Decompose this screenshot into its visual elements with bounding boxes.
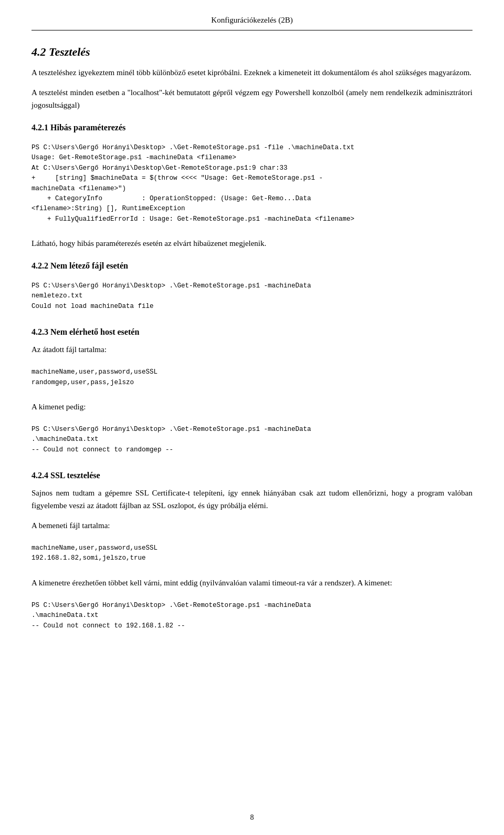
section-422-code1: PS C:\Users\Gergő Horányi\Desktop> .\Get… bbox=[32, 277, 472, 316]
page-footer: 8 bbox=[32, 813, 472, 822]
section-423-intro2: A kimenet pedig: bbox=[32, 400, 472, 413]
page-number: 8 bbox=[250, 813, 254, 821]
section-42-intro2: A tesztelést minden esetben a "localhost… bbox=[32, 86, 472, 111]
page-header: Konfigurációkezelés (2B) bbox=[32, 16, 472, 30]
section-424-heading: 4.2.4 SSL tesztelése bbox=[32, 471, 472, 480]
section-423-intro1: Az átadott fájl tartalma: bbox=[32, 343, 472, 356]
page-container: Konfigurációkezelés (2B) 4.2 Tesztelés A… bbox=[0, 0, 504, 835]
section-424-code1: machineName,user,password,useSSL 192.168… bbox=[32, 539, 472, 568]
section-424-intro3: A kimenetre érezhetően többet kell várni… bbox=[32, 576, 472, 589]
section-424-code2: PS C:\Users\Gergő Horányi\Desktop> .\Get… bbox=[32, 596, 472, 635]
section-422-heading: 4.2.2 Nem létező fájl esetén bbox=[32, 261, 472, 271]
section-424-intro1: Sajnos nem tudtam a gépemre SSL Certific… bbox=[32, 487, 472, 512]
section-423-heading: 4.2.3 Nem elérhető host esetén bbox=[32, 327, 472, 337]
section-423-code1: machineName,user,password,useSSL randomg… bbox=[32, 363, 472, 392]
section-421-heading: 4.2.1 Hibás paraméterezés bbox=[32, 123, 472, 132]
section-42-intro1: A teszteléshez igyekeztem minél több kül… bbox=[32, 66, 472, 79]
section-421-code1: PS C:\Users\Gergő Horányi\Desktop> .\Get… bbox=[32, 139, 472, 229]
section-421-note1: Látható, hogy hibás paraméterezés esetén… bbox=[32, 237, 472, 250]
header-title: Konfigurációkezelés (2B) bbox=[211, 16, 292, 24]
section-42-heading: 4.2 Tesztelés bbox=[32, 45, 472, 59]
section-424-intro2: A bemeneti fájl tartalma: bbox=[32, 519, 472, 532]
section-423-code2: PS C:\Users\Gergő Horányi\Desktop> .\Get… bbox=[32, 420, 472, 459]
